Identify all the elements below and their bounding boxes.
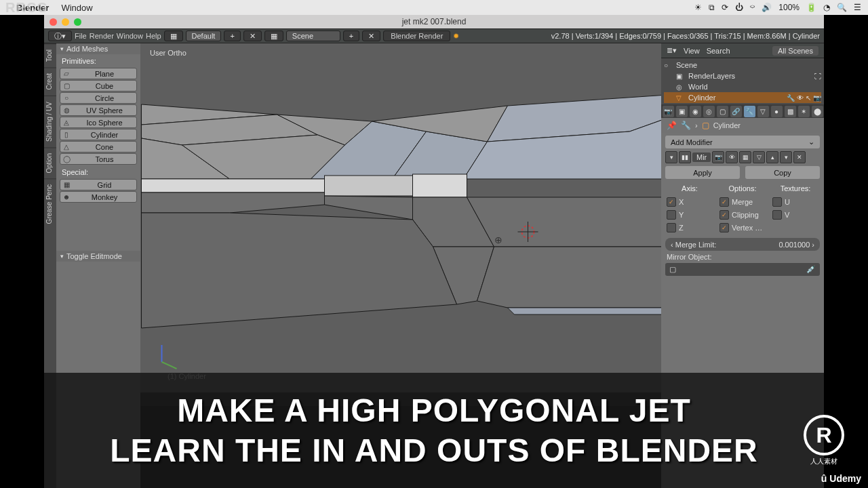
menu-help[interactable]: Help — [146, 32, 161, 40]
layout-selector[interactable]: Default — [186, 30, 222, 41]
copy-button[interactable]: Copy — [745, 166, 820, 179]
delete-mod-icon[interactable]: ✕ — [793, 151, 806, 163]
sync-icon[interactable]: ⟳ — [722, 3, 728, 12]
menu-render[interactable]: Render — [90, 32, 114, 40]
crumb-object[interactable]: Cylinder — [713, 121, 741, 129]
render2-icon[interactable]: 📷 — [813, 94, 821, 102]
tab-data-icon[interactable]: ▽ — [757, 106, 769, 117]
menu-window[interactable]: Window — [61, 3, 92, 13]
outliner-world[interactable]: World — [688, 83, 708, 91]
add-modifier-button[interactable]: Add Modifier⌄ — [665, 136, 820, 148]
wifi-icon[interactable]: ⌔ — [750, 3, 755, 12]
tab-particles-icon[interactable]: ✶ — [798, 106, 810, 117]
minimize-icon[interactable] — [62, 18, 69, 26]
eyedropper-icon[interactable]: 💉 — [806, 265, 816, 274]
info-header: ⓘ▾ File Render Window Help ▦ Default + ✕… — [44, 28, 824, 43]
cursor-icon[interactable]: ↖ — [806, 94, 811, 102]
add-uvsphere[interactable]: ◍UV Sphere — [60, 104, 137, 116]
tab-grease[interactable]: Grease Penc — [44, 178, 56, 229]
layout-prev-icon[interactable]: ▦ — [164, 30, 183, 41]
move-down-icon[interactable]: ▾ — [780, 151, 792, 163]
add-cylinder[interactable]: ▯Cylinder — [60, 129, 137, 140]
cage-icon[interactable]: ▽ — [753, 151, 765, 163]
svg-marker-13 — [142, 192, 325, 213]
tex-v-checkbox[interactable] — [772, 210, 782, 220]
axis-x-checkbox[interactable] — [667, 197, 676, 207]
close-icon[interactable] — [50, 18, 57, 26]
add-torus[interactable]: ◯Torus — [60, 153, 137, 165]
tab-scene2-icon[interactable]: ◉ — [690, 106, 701, 117]
outliner[interactable]: ○Scene ▣RenderLayers⛶ ◎World ▽Cylinder🔧👁… — [661, 58, 824, 104]
add-icosphere[interactable]: ◬Ico Sphere — [60, 117, 137, 128]
add-cone[interactable]: △Cone — [60, 141, 137, 152]
panel-add-meshes[interactable]: Add Meshes — [56, 43, 140, 54]
tab-modifiers-icon[interactable]: 🔧 — [744, 106, 755, 117]
move-up-icon[interactable]: ▴ — [766, 151, 778, 163]
tab-texture-icon[interactable]: ▩ — [785, 106, 796, 117]
mirror-object-picker[interactable]: ▢ 💉 — [665, 263, 820, 276]
zoom-icon[interactable] — [74, 18, 81, 26]
spotlight-icon[interactable]: 🔍 — [837, 3, 847, 12]
layout-del-icon[interactable]: ✕ — [243, 30, 262, 41]
power-icon[interactable]: ⏻ — [735, 3, 743, 12]
panel-toggle-editmode[interactable]: Toggle Editmode — [56, 251, 140, 262]
tab-options[interactable]: Option — [44, 147, 56, 178]
merge-checkbox[interactable] — [719, 197, 729, 207]
outliner-view[interactable]: View — [684, 47, 700, 55]
add-monkey[interactable]: ☻Monkey — [60, 191, 137, 203]
scene-selector[interactable]: Scene — [286, 30, 340, 41]
axis-y-checkbox[interactable] — [667, 210, 676, 220]
tab-shading[interactable]: Shading / UV — [44, 96, 56, 147]
render-vis-icon[interactable]: 📷 — [712, 151, 724, 163]
tab-tools[interactable]: Tool — [44, 43, 56, 67]
apply-button[interactable]: Apply — [665, 166, 740, 179]
collapse-icon[interactable]: ▾ — [665, 151, 677, 163]
scene-add-icon[interactable]: + — [343, 30, 359, 41]
battery-icon[interactable]: 🔋 — [806, 3, 816, 12]
outliner-cylinder[interactable]: Cylinder — [688, 94, 715, 102]
menu-window2[interactable]: Window — [117, 32, 143, 40]
add-cube[interactable]: ▢Cube — [60, 80, 137, 92]
volume-icon[interactable]: 🔊 — [762, 3, 772, 12]
merge-limit-field[interactable]: ‹ Merge Limit: 0.001000 › — [665, 238, 820, 251]
modifier-name[interactable]: Mir — [692, 152, 711, 162]
editor-type-icon[interactable]: ⓘ▾ — [48, 30, 72, 41]
outliner-scene[interactable]: Scene — [676, 61, 697, 69]
menu-icon[interactable]: ☰ — [854, 3, 861, 12]
tex-u-checkbox[interactable] — [772, 197, 782, 207]
clock-icon[interactable]: ◔ — [823, 3, 830, 12]
modifier-icon[interactable]: 🔧 — [787, 94, 795, 102]
clipping-checkbox[interactable] — [719, 210, 729, 220]
editmode-vis-icon[interactable]: ▦ — [739, 151, 751, 163]
add-plane[interactable]: ▱Plane — [60, 68, 137, 79]
brightness-icon[interactable]: ☀ — [694, 3, 702, 12]
3d-viewport[interactable]: User Ortho — [140, 43, 678, 392]
menu-file[interactable]: File — [75, 32, 87, 40]
outliner-search[interactable]: Search — [707, 47, 730, 55]
eye-icon[interactable]: 👁 — [797, 94, 804, 102]
axis-z-checkbox[interactable] — [667, 223, 676, 232]
viewport-vis-icon[interactable]: 👁 — [726, 151, 738, 163]
add-circle[interactable]: ○Circle — [60, 92, 137, 104]
tab-world2-icon[interactable]: ◎ — [703, 106, 715, 117]
tab-constraints-icon[interactable]: 🔗 — [730, 106, 742, 117]
render-engine[interactable]: Blender Render — [383, 30, 450, 41]
editor-type-icon[interactable]: ≣▾ — [667, 46, 677, 55]
layout-add-icon[interactable]: + — [224, 30, 240, 41]
tab-material-icon[interactable]: ● — [771, 106, 783, 117]
screenshot-icon[interactable]: ⧉ — [709, 3, 715, 12]
tab-create[interactable]: Creat — [44, 67, 56, 95]
outliner-renderlayers[interactable]: RenderLayers — [688, 72, 735, 80]
add-grid[interactable]: ▦Grid — [60, 179, 137, 190]
tab-layers-icon[interactable]: ▣ — [676, 106, 688, 117]
outliner-filter[interactable]: All Scenes — [772, 46, 818, 56]
scene-icon[interactable]: ▦ — [264, 30, 283, 41]
scene-del-icon[interactable]: ✕ — [362, 30, 380, 41]
camera-icon[interactable]: ⛶ — [814, 73, 821, 80]
vertex-checkbox[interactable] — [719, 223, 729, 232]
tab-physics-icon[interactable]: ⬤ — [812, 106, 823, 117]
tab-render-icon[interactable]: 📷 — [663, 106, 674, 117]
caption-overlay: MAKE A HIGH POLYGONAL JET LEARN THE IN A… — [44, 373, 824, 488]
tab-object-icon[interactable]: ▢ — [717, 106, 728, 117]
pin-icon[interactable]: 📌 — [667, 121, 677, 130]
